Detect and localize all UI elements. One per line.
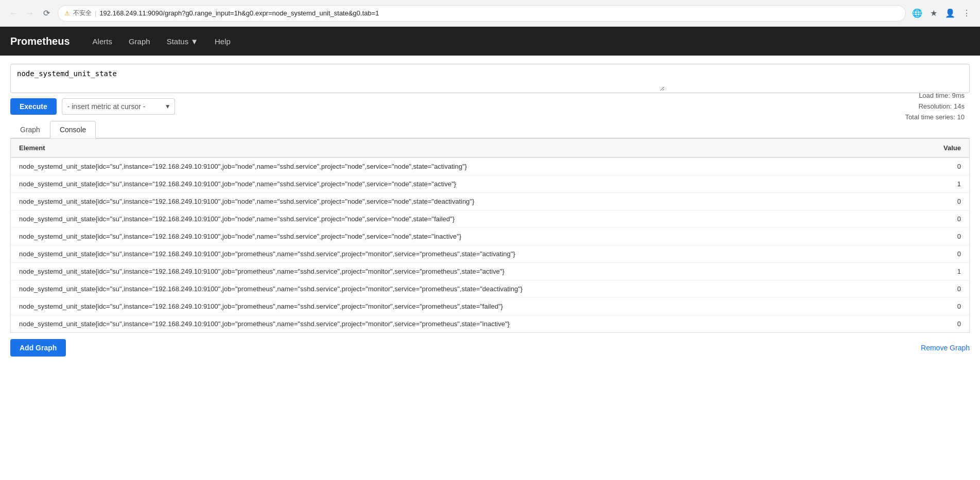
query-input-wrapper	[10, 64, 970, 93]
reload-button[interactable]: ⟳	[39, 6, 54, 21]
table-row: node_systemd_unit_state{idc="su",instanc…	[11, 280, 970, 298]
metric-selector[interactable]: - insert metric at cursor -	[62, 98, 175, 115]
cell-value: 1	[911, 263, 970, 280]
nav-status-label: Status	[167, 37, 189, 46]
back-button[interactable]: ←	[6, 6, 21, 21]
remove-graph-link[interactable]: Remove Graph	[921, 344, 970, 352]
add-graph-button[interactable]: Add Graph	[10, 339, 66, 357]
nav-help-label: Help	[215, 37, 231, 46]
nav-alerts[interactable]: Alerts	[85, 33, 119, 50]
nav-alerts-label: Alerts	[93, 37, 112, 46]
cell-element: node_systemd_unit_state{idc="su",instanc…	[11, 315, 911, 333]
cell-value: 0	[911, 315, 970, 333]
query-controls: Execute - insert metric at cursor - ▼	[10, 98, 970, 115]
table-header-row: Element Value	[11, 139, 970, 158]
separator: |	[95, 9, 96, 17]
col-value: Value	[911, 139, 970, 158]
translate-button[interactable]: 🌐	[910, 6, 924, 21]
cell-value: 0	[911, 193, 970, 210]
table-row: node_systemd_unit_state{idc="su",instanc…	[11, 193, 970, 210]
results-container: Element Value node_systemd_unit_state{id…	[10, 138, 970, 333]
tab-graph[interactable]: Graph	[10, 121, 50, 138]
cell-element: node_systemd_unit_state{idc="su",instanc…	[11, 193, 911, 210]
table-row: node_systemd_unit_state{idc="su",instanc…	[11, 263, 970, 280]
security-icon: ⚠	[64, 10, 70, 17]
navbar: Prometheus Alerts Graph Status ▼ Help	[0, 27, 980, 56]
stats-panel: Load time: 9ms Resolution: 14s Total tim…	[905, 91, 965, 122]
cell-value: 0	[911, 280, 970, 298]
tab-console[interactable]: Console	[50, 121, 96, 138]
browser-chrome: ← → ⟳ ⚠ 不安全 | 192.168.249.11:9090/graph?…	[0, 0, 980, 27]
query-area: Execute - insert metric at cursor - ▼	[10, 64, 970, 115]
metric-select-wrapper: - insert metric at cursor - ▼	[62, 98, 175, 115]
resolution: Resolution: 14s	[905, 101, 965, 112]
table-row: node_systemd_unit_state{idc="su",instanc…	[11, 157, 970, 175]
table-row: node_systemd_unit_state{idc="su",instanc…	[11, 245, 970, 263]
cell-element: node_systemd_unit_state{idc="su",instanc…	[11, 175, 911, 193]
table-row: node_systemd_unit_state{idc="su",instanc…	[11, 228, 970, 245]
query-input[interactable]	[11, 64, 664, 91]
menu-button[interactable]: ⋮	[959, 6, 974, 21]
forward-button[interactable]: →	[23, 6, 37, 21]
navbar-links: Alerts Graph Status ▼ Help	[85, 33, 238, 50]
security-label: 不安全	[73, 9, 92, 17]
bookmark-button[interactable]: ★	[926, 6, 941, 21]
profile-button[interactable]: 👤	[943, 6, 957, 21]
address-bar[interactable]: ⚠ 不安全 | 192.168.249.11:9090/graph?g0.ran…	[58, 5, 906, 22]
table-row: node_systemd_unit_state{idc="su",instanc…	[11, 298, 970, 315]
nav-graph-label: Graph	[129, 37, 150, 46]
cell-element: node_systemd_unit_state{idc="su",instanc…	[11, 280, 911, 298]
main-content: Execute - insert metric at cursor - ▼ Gr…	[0, 56, 980, 365]
bottom-actions: Add Graph Remove Graph	[10, 339, 970, 357]
cell-element: node_systemd_unit_state{idc="su",instanc…	[11, 228, 911, 245]
nav-status[interactable]: Status ▼	[160, 33, 205, 50]
table-row: node_systemd_unit_state{idc="su",instanc…	[11, 175, 970, 193]
cell-value: 0	[911, 210, 970, 228]
cell-element: node_systemd_unit_state{idc="su",instanc…	[11, 245, 911, 263]
tab-graph-label: Graph	[20, 126, 40, 134]
nav-status-caret: ▼	[190, 37, 198, 46]
cell-value: 0	[911, 228, 970, 245]
cell-value: 1	[911, 175, 970, 193]
page-container: Load time: 9ms Resolution: 14s Total tim…	[0, 56, 980, 365]
cell-element: node_systemd_unit_state{idc="su",instanc…	[11, 263, 911, 280]
total-series: Total time series: 10	[905, 112, 965, 123]
execute-button[interactable]: Execute	[10, 98, 57, 115]
tab-console-label: Console	[60, 126, 86, 134]
brand-name[interactable]: Prometheus	[10, 35, 70, 47]
cell-element: node_systemd_unit_state{idc="su",instanc…	[11, 210, 911, 228]
nav-buttons: ← → ⟳	[6, 6, 54, 21]
url-text: 192.168.249.11:9090/graph?g0.range_input…	[99, 9, 899, 17]
results-table: Element Value node_systemd_unit_state{id…	[10, 138, 970, 333]
nav-help[interactable]: Help	[207, 33, 238, 50]
cell-element: node_systemd_unit_state{idc="su",instanc…	[11, 157, 911, 175]
cell-element: node_systemd_unit_state{idc="su",instanc…	[11, 298, 911, 315]
nav-graph[interactable]: Graph	[121, 33, 157, 50]
cell-value: 0	[911, 245, 970, 263]
tabs: Graph Console	[10, 121, 970, 138]
table-row: node_systemd_unit_state{idc="su",instanc…	[11, 315, 970, 333]
load-time: Load time: 9ms	[905, 91, 965, 101]
table-row: node_systemd_unit_state{idc="su",instanc…	[11, 210, 970, 228]
col-element: Element	[11, 139, 911, 158]
cell-value: 0	[911, 298, 970, 315]
browser-actions: 🌐 ★ 👤 ⋮	[910, 6, 974, 21]
cell-value: 0	[911, 157, 970, 175]
